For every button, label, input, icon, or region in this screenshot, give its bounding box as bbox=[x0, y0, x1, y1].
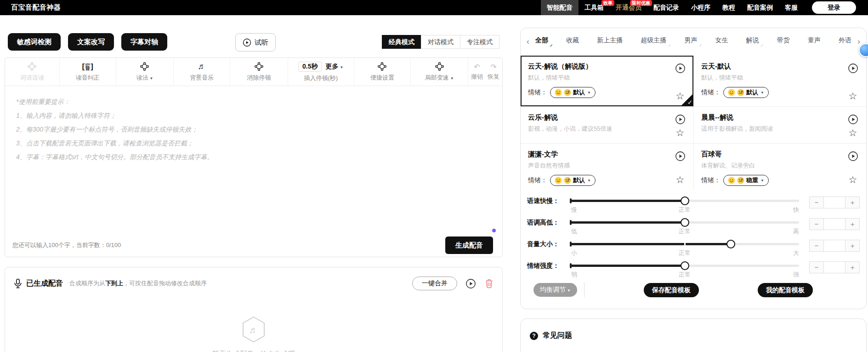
nav-item[interactable]: 配音记录 bbox=[647, 0, 685, 15]
redo-button[interactable]: ↷恢复 bbox=[488, 63, 499, 81]
slider-track[interactable] bbox=[570, 265, 799, 267]
voice-category-tab[interactable]: 男声 ✓ bbox=[684, 36, 697, 46]
nav-item[interactable]: 智能配音 bbox=[541, 0, 579, 15]
voice-category-tab[interactable]: 超级主播 ✓ bbox=[641, 36, 666, 46]
decrease-button[interactable]: − bbox=[809, 196, 824, 208]
slider-label: 语速快慢： bbox=[527, 196, 568, 205]
nav-item[interactable]: 客服 bbox=[779, 0, 804, 15]
voice-play-button[interactable] bbox=[675, 63, 686, 74]
undo-button[interactable]: ↶撤销 bbox=[471, 63, 483, 81]
emotion-select[interactable]: 稳重 ▼ bbox=[723, 175, 769, 186]
emotion-select[interactable]: 默认 ▼ bbox=[550, 175, 596, 186]
voice-card[interactable]: 云天-解说（解说版） 默认，情绪平稳 情绪： 默认 ▼ ☆ ✓ bbox=[521, 56, 693, 106]
tab-check-icon: ✓ bbox=[667, 43, 671, 46]
mode-tab[interactable]: 专注模式 bbox=[460, 35, 499, 49]
decrease-button[interactable]: − bbox=[809, 240, 824, 252]
slider-thumb[interactable] bbox=[681, 218, 689, 227]
voice-category-tab[interactable]: 女生 ✓ bbox=[715, 36, 728, 46]
voice-category-tab[interactable]: 童声 ✓ bbox=[808, 36, 821, 46]
hexagon-music-icon: ♬ bbox=[241, 316, 267, 343]
tool-quick-settings[interactable]: 便捷设置 bbox=[354, 58, 411, 86]
favorite-star-icon[interactable]: ☆ bbox=[849, 175, 857, 185]
slider-track[interactable] bbox=[570, 221, 799, 224]
login-button[interactable]: 登录 bbox=[812, 1, 856, 14]
stepper-value[interactable] bbox=[824, 196, 845, 208]
voice-param-row: 音量大小： 小 正常 大 − ＋ bbox=[521, 239, 866, 260]
voice-play-button[interactable] bbox=[848, 151, 858, 162]
increase-button[interactable]: ＋ bbox=[845, 261, 860, 273]
chevron-left-icon[interactable]: ‹ bbox=[524, 37, 532, 46]
slider-thumb[interactable] bbox=[681, 261, 689, 270]
voice-play-button[interactable] bbox=[675, 114, 686, 125]
nav-item[interactable]: 小程序 bbox=[685, 0, 716, 15]
favorite-star-icon[interactable]: ☆ bbox=[849, 91, 857, 101]
increase-button[interactable]: ＋ bbox=[845, 218, 860, 230]
nav-item[interactable]: 配音案例 bbox=[741, 0, 779, 15]
balance-adjust-button[interactable]: 均衡调节▼ bbox=[533, 283, 577, 297]
voice-play-button[interactable] bbox=[848, 114, 858, 125]
save-template-button[interactable]: 保存配音模板 bbox=[644, 283, 699, 297]
text-tool-button[interactable]: 文案改写 bbox=[68, 33, 114, 51]
voice-card[interactable]: 云乐-解说 影视，动漫，小说，建议55倍速 ▼ ☆ ✓ bbox=[521, 106, 693, 143]
increase-button[interactable]: ＋ bbox=[845, 240, 860, 252]
mode-tab[interactable]: 经典模式 bbox=[382, 35, 421, 49]
tool-pronunciation-fix[interactable]: [yīn音] 读音纠正 bbox=[60, 58, 116, 86]
text-tool-button[interactable]: 字幕对轴 bbox=[121, 33, 167, 51]
decrease-button[interactable]: − bbox=[809, 218, 824, 230]
promo-badge: 限时优惠 bbox=[630, 0, 652, 6]
slider-default-tick bbox=[684, 243, 686, 245]
mode-tab[interactable]: 对话模式 bbox=[421, 35, 460, 49]
tool-word-liaison[interactable]: 词语连读 bbox=[5, 58, 60, 86]
text-input-area[interactable]: *使用前重要提示：1、输入内容，请勿输入特殊字符；2、每300字最少要有一个标点… bbox=[16, 95, 213, 164]
generate-voice-button[interactable]: 生成配音 bbox=[445, 237, 493, 254]
favorite-star-icon[interactable]: ☆ bbox=[676, 175, 685, 185]
voice-category-tab[interactable]: 外语 ✓ bbox=[839, 36, 851, 46]
voice-card[interactable]: 潇潇-文学 声音自然有情感 情绪： 默认 ▼ ☆ ✓ bbox=[521, 143, 693, 190]
slider-thumb[interactable] bbox=[681, 196, 689, 205]
nav-item[interactable]: 开通会员 限时优惠 bbox=[610, 0, 647, 15]
favorite-star-icon[interactable]: ☆ bbox=[676, 128, 685, 138]
emotion-select[interactable]: 默认 ▼ bbox=[550, 87, 596, 98]
voice-category-tab[interactable]: 解说 ✓ bbox=[746, 36, 759, 46]
favorite-star-icon[interactable]: ☆ bbox=[849, 128, 857, 138]
voice-category-tab[interactable]: 带货 ✓ bbox=[777, 36, 790, 46]
slider-track[interactable] bbox=[570, 200, 799, 202]
increase-button[interactable]: ＋ bbox=[845, 196, 860, 208]
my-templates-button[interactable]: 我的配音模板 bbox=[758, 283, 813, 297]
preview-button[interactable]: 试听 bbox=[235, 33, 276, 52]
voice-card[interactable]: 云天-默认 默认，情绪平稳 情绪： 默认 ▼ ☆ ✓ bbox=[693, 56, 866, 106]
voice-play-button[interactable] bbox=[848, 63, 858, 74]
pause-more-button[interactable]: 更多▼ bbox=[325, 63, 343, 71]
text-tool-button[interactable]: 敏感词检测 bbox=[8, 33, 61, 51]
svg-text:♬: ♬ bbox=[249, 325, 258, 335]
emotion-select[interactable]: 默认 ▼ bbox=[723, 87, 769, 98]
empty-text: 暂无生成配音，快去生成吧 bbox=[212, 350, 295, 352]
voice-category-tab[interactable]: 新上主播 ✓ bbox=[597, 36, 623, 46]
pause-duration-button[interactable]: 0.5秒 bbox=[298, 62, 322, 72]
decrease-button[interactable]: − bbox=[809, 261, 824, 273]
tool-background-music[interactable]: ♬ 背景音乐 bbox=[174, 58, 230, 86]
tab-check-icon: ✓ bbox=[698, 43, 702, 46]
tool-local-speed[interactable]: 局部变速▼ bbox=[411, 58, 468, 86]
promo-badge: 效率 bbox=[601, 0, 614, 6]
stepper-value[interactable] bbox=[824, 218, 845, 230]
tool-remove-pause[interactable]: 消除停顿 bbox=[230, 58, 288, 86]
voice-card[interactable]: 晨晨--解说 适用于影视解说，新闻阅读 ▼ ☆ ✓ bbox=[693, 106, 866, 143]
microphone-icon bbox=[13, 278, 23, 289]
delete-all-button[interactable] bbox=[484, 278, 494, 289]
slider-track[interactable] bbox=[570, 243, 799, 245]
nav-item[interactable]: 工具箱 效率 bbox=[579, 0, 610, 15]
tool-reading-style[interactable]: 读法▼ bbox=[116, 58, 174, 86]
play-all-button[interactable] bbox=[465, 278, 476, 289]
app: { "navbar": { "brand": "百宝音配音神器", "items… bbox=[0, 0, 868, 352]
slider-thumb[interactable] bbox=[726, 240, 735, 248]
nav-item[interactable]: 教程 bbox=[716, 0, 741, 15]
voice-category-tab[interactable]: 收藏 ✓ bbox=[566, 36, 579, 46]
voice-category-tab[interactable]: 全部 ✓ bbox=[535, 36, 548, 46]
merge-all-button[interactable]: 一键合并 bbox=[412, 277, 457, 290]
chevron-down-icon: ▼ bbox=[567, 289, 571, 293]
voice-play-button[interactable] bbox=[675, 151, 686, 162]
stepper-value[interactable] bbox=[824, 261, 845, 273]
stepper-value[interactable] bbox=[824, 240, 845, 252]
voice-card[interactable]: 百球哥 体育解说、记录旁白 情绪： 稳重 ▼ ☆ ✓ bbox=[693, 143, 866, 190]
